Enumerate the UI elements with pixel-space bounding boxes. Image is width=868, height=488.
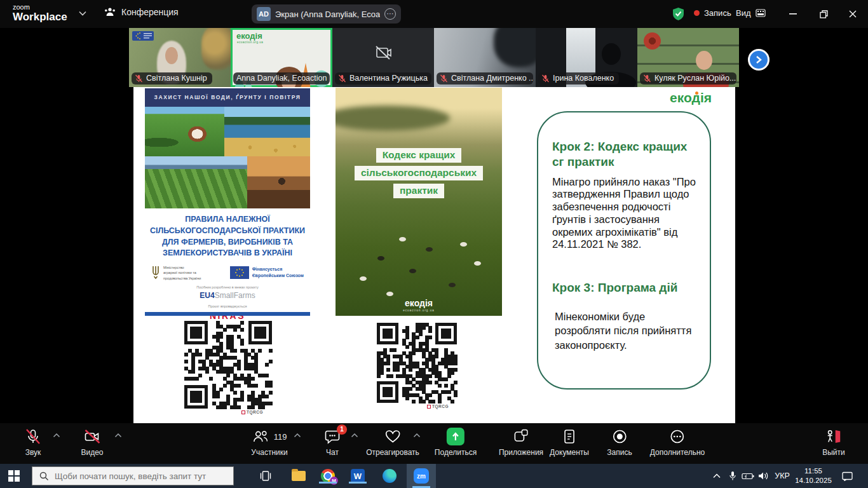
chat-badge: 1 — [337, 424, 347, 435]
eu4smallfarms-logo: EU4SmallFarms — [145, 291, 310, 300]
react-options-caret[interactable] — [414, 433, 421, 438]
step3-body: Мінекономіки буде розробляти після прийн… — [552, 309, 700, 352]
orange-dot-decor — [695, 92, 698, 95]
minimize-button[interactable] — [783, 4, 803, 24]
chevron-right-icon — [755, 55, 763, 64]
eu-flag-icon — [230, 266, 249, 279]
zoom-app-button[interactable]: zm — [407, 464, 436, 488]
developed-note: Посібник розроблено в межах проєкту — [145, 285, 310, 289]
apps-button[interactable]: Приложения — [499, 428, 543, 457]
audio-options-caret[interactable] — [53, 433, 60, 438]
zoom-app-icon: zm — [414, 468, 429, 484]
chat-button[interactable]: 1 Чат — [324, 428, 341, 457]
apps-label: Приложения — [499, 448, 543, 457]
start-button[interactable] — [8, 470, 20, 482]
record-icon — [611, 428, 628, 445]
qr-mini-icon — [427, 405, 431, 409]
file-explorer-button[interactable] — [291, 468, 306, 484]
tab-meeting[interactable]: Конференция — [104, 6, 179, 18]
zoom-control-bar: Звук Видео 119 Участники 1 Чат Отреагиро… — [0, 423, 868, 464]
tray-battery-icon[interactable] — [740, 464, 756, 488]
docs-label: Документы — [550, 448, 589, 457]
chevron-down-icon[interactable] — [79, 11, 86, 16]
qr-code-left — [184, 321, 272, 409]
video-tile-svitlana-kushnir[interactable]: Світлана Кушнір — [129, 28, 231, 87]
chrome-button[interactable]: M — [320, 468, 336, 484]
cover1-photo-collage — [145, 107, 310, 208]
qr-code-middle — [377, 323, 457, 403]
meet-badge-icon: M — [330, 477, 338, 485]
muted-mic-icon — [541, 74, 550, 83]
tab-options-icon[interactable]: ⋯ — [384, 8, 396, 20]
word-button[interactable]: W — [350, 468, 365, 484]
eu-flag-badge — [132, 31, 154, 41]
step3-title: Крок 3: Програма дій — [552, 280, 700, 295]
participant-name: Валентина Ружицька — [349, 74, 428, 83]
muted-camera-icon — [83, 428, 101, 445]
eu-logo-group: Фінансується Європейським Союзом — [230, 266, 304, 280]
chat-label: Чат — [326, 448, 339, 457]
participant-name-tag: Anna Danyliak, Ecoaction — [233, 72, 330, 85]
more-button[interactable]: Дополнительно — [650, 428, 705, 457]
participants-options-caret[interactable] — [294, 433, 301, 438]
participant-name: Anna Danyliak, Ecoaction — [236, 74, 327, 83]
video-tile-valentyna-ruzhytska[interactable]: Валентина Ружицька — [332, 28, 434, 87]
close-button[interactable] — [843, 4, 863, 24]
participant-name: Світлана Кушнір — [146, 74, 207, 83]
record-button[interactable]: Запись — [607, 428, 632, 457]
notification-center-button[interactable] — [839, 464, 855, 488]
participant-name: Ірина Коваленко — [553, 74, 614, 83]
tray-clock[interactable]: 11:55 14.10.2025 — [793, 464, 834, 488]
participant-name: Куляк Руслан Юрійо... — [654, 74, 736, 83]
ekodiya-url: ecoaction.org.ua — [336, 309, 502, 312]
view-label: Вид — [736, 8, 751, 18]
tray-time: 11:55 — [795, 466, 832, 476]
participant-name-tag: Валентина Ружицька — [335, 72, 431, 85]
qr-generator-label: TQRCG — [241, 410, 263, 414]
video-tile-svitlana-dmytrenko[interactable]: Світлана Дмитренко ... — [434, 28, 536, 87]
task-view-button[interactable] — [258, 468, 273, 484]
recording-dot-icon — [694, 10, 700, 16]
react-button[interactable]: Отреагировать — [366, 428, 419, 457]
audio-button[interactable]: Звук — [25, 428, 41, 457]
video-options-caret[interactable] — [115, 433, 122, 438]
leave-button[interactable]: Выйти — [822, 428, 845, 457]
participant-face — [696, 51, 712, 70]
share-button[interactable]: Поделиться — [435, 428, 477, 457]
leave-label: Выйти — [822, 448, 845, 457]
leave-icon — [824, 428, 843, 445]
more-icon — [669, 428, 686, 445]
next-participants-button[interactable] — [748, 49, 770, 71]
chat-options-caret[interactable] — [351, 433, 358, 438]
tray-volume-icon[interactable] — [756, 464, 770, 488]
tray-language[interactable]: УКР — [773, 464, 792, 488]
recording-label: Запись — [704, 8, 731, 18]
video-tile-iryna-kovalenko[interactable]: Ірина Коваленко — [536, 28, 637, 87]
search-input[interactable] — [55, 471, 220, 481]
muted-mic-icon — [440, 74, 448, 83]
steps-panel: Крок 2: Кодекс кращих сг практик Мінагро… — [537, 111, 711, 390]
restore-button[interactable] — [813, 4, 834, 24]
ekodiya-bg-url: ecoaction.org.ua — [237, 41, 263, 44]
cover1-title: ПРАВИЛА НАЛЕЖНОЇ СІЛЬСЬКОГОСПОДАРСЬКОЇ П… — [145, 214, 310, 259]
participant-name: Світлана Дмитренко ... — [451, 74, 533, 83]
docs-button[interactable]: Документы — [550, 428, 589, 457]
participant-name-tag: Світлана Кушнір — [132, 72, 212, 85]
security-shield-icon[interactable] — [672, 7, 685, 21]
video-button[interactable]: Видео — [81, 428, 103, 457]
video-tile-anna-danyliak[interactable]: екодія ecoaction.org.ua Anna Danyliak, E… — [231, 28, 332, 87]
logo-workplace-text: Workplace — [13, 11, 67, 23]
taskbar-search[interactable] — [32, 466, 234, 485]
tray-mic-icon[interactable] — [726, 464, 739, 488]
tray-expand-button[interactable] — [710, 464, 723, 488]
participants-count: 119 — [274, 432, 287, 442]
participant-name-tag: Світлана Дмитренко ... — [437, 72, 533, 85]
view-button[interactable]: Вид — [736, 8, 766, 18]
cover2-title-line: практик — [393, 184, 444, 198]
tab-shared-screen[interactable]: AD Экран (Anna Danyliak, Ecoaction ⋯ — [252, 4, 401, 24]
photo-cow-field — [145, 107, 224, 156]
participants-button[interactable]: 119 Участники — [251, 428, 287, 457]
chrome-icon: M — [321, 469, 335, 483]
video-tile-kulyak-ruslan[interactable]: Куляк Руслан Юрійо... — [637, 28, 739, 87]
edge-button[interactable] — [382, 468, 397, 484]
